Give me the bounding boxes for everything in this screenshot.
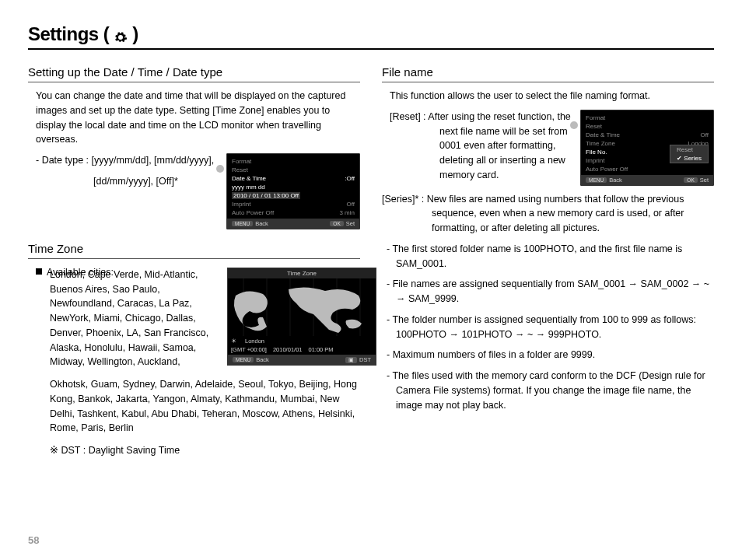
panel-item: Auto Power Off	[232, 209, 274, 216]
manual-page: Settings ( ) Setting up the Date / Time …	[0, 0, 742, 560]
datetime-description: You can change the date and time that wi…	[28, 89, 360, 147]
series-block: [Series]* : New files are named using nu…	[382, 192, 714, 236]
sun-icon	[231, 338, 239, 345]
map-gmt: [GMT +00:00]	[231, 346, 267, 353]
fileno-popup: Reset ✔ Series	[670, 145, 709, 163]
panel-item: Imprint	[586, 157, 604, 164]
datetype-row: - Date type : [yyyy/mm/dd], [mm/dd/yyyy]…	[28, 153, 360, 229]
panel-foot-back: MENUBack	[586, 177, 622, 184]
title-suffix: )	[132, 23, 138, 45]
world-map-icon	[228, 278, 376, 336]
filename-description: This function allows the user to select …	[382, 89, 714, 103]
map-date: 2010/01/01	[273, 346, 303, 353]
panel-value: 3 min	[339, 209, 355, 216]
lcd-panel-datetime: Format Reset Date & Time:Off yyyy mm dd …	[226, 153, 360, 229]
reset-text: After using the reset function, the next…	[428, 111, 570, 180]
panel-item: Imprint	[232, 201, 250, 208]
datetype-line1: - Date type : [yyyy/mm/dd], [mm/dd/yyyy]…	[36, 153, 219, 168]
panel-item: Reset	[586, 123, 602, 130]
heading-datetime: Setting up the Date / Time / Date type	[28, 65, 360, 82]
panel-item: Time Zone	[586, 140, 615, 147]
panel-foot-set: OKSet	[684, 177, 709, 184]
map-foot-dst: ▣DST	[345, 356, 371, 363]
left-column: Setting up the Date / Time / Date type Y…	[28, 59, 360, 464]
page-number: 58	[28, 534, 39, 546]
dst-note: ※ DST : Daylight Saving Time	[28, 443, 360, 458]
map-time: 01:00 PM	[308, 346, 333, 353]
panel-foot-set: OKSet	[330, 220, 355, 227]
lcd-panel-timezone-map: Time Zone	[227, 268, 376, 366]
panel-foot-back: MENUBack	[232, 220, 268, 227]
title-prefix: Settings (	[28, 23, 109, 45]
map-title: Time Zone	[228, 268, 376, 278]
panel-item: Date & Time	[586, 131, 620, 138]
reset-block: [Reset] : After using the reset function…	[390, 110, 572, 189]
two-column-layout: Setting up the Date / Time / Date type Y…	[28, 59, 714, 464]
panel-date-values: 2010 / 01 / 01 13:00 Off	[232, 192, 300, 199]
panel-item: Auto Power Off	[586, 166, 628, 173]
panel-item: Reset	[232, 166, 248, 173]
popup-option-series: ✔ Series	[670, 154, 708, 163]
heading-timezone: Time Zone	[28, 242, 360, 259]
filename-note-3: - The folder number is assigned sequenti…	[382, 313, 714, 342]
filename-note-5: - The files used with the memory card co…	[382, 369, 714, 412]
tz-cities-wide: Okhotsk, Guam, Sydney, Darwin, Adelaide,…	[28, 377, 360, 436]
datetype-line2: [dd/mm/yyyy], [Off]*	[36, 174, 219, 189]
lcd-panel-fileno: Format Reset Date & TimeOff Time ZoneLon…	[580, 110, 714, 186]
series-label: [Series]* :	[382, 194, 424, 205]
heading-filename: File name	[382, 65, 714, 82]
panel-item: File No.	[586, 149, 607, 156]
map-city: London	[245, 338, 264, 345]
series-text: New files are named using numbers that f…	[427, 194, 684, 234]
filename-note-2: - File names are assigned sequentially f…	[382, 277, 714, 306]
map-foot-back: MENUBack	[233, 356, 269, 363]
popup-option-reset: Reset	[670, 145, 708, 154]
page-title: Settings ( )	[28, 23, 714, 50]
datetype-text: - Date type : [yyyy/mm/dd], [mm/dd/yyyy]…	[28, 153, 219, 195]
reset-label: [Reset] :	[390, 111, 426, 122]
filename-note-4: - Maximum numbers of files in a folder a…	[382, 348, 714, 362]
panel-item: Date & Time	[232, 175, 266, 182]
panel-value: Off	[700, 131, 709, 138]
right-column: File name This function allows the user …	[382, 59, 714, 464]
tz-cities-narrow: London, Cape Verde, Mid-Atlantic, Buenos…	[50, 268, 219, 369]
filename-note-1: - The first stored folder name is 100PHO…	[382, 242, 714, 271]
filename-reset-row: [Reset] : After using the reset function…	[382, 110, 714, 189]
panel-value: :Off	[345, 175, 355, 182]
panel-item: Format	[232, 158, 251, 165]
panel-item: Format	[586, 114, 605, 121]
panel-item: yyyy mm dd	[232, 184, 265, 191]
gear-icon	[114, 27, 128, 41]
panel-value: Off	[346, 201, 355, 208]
